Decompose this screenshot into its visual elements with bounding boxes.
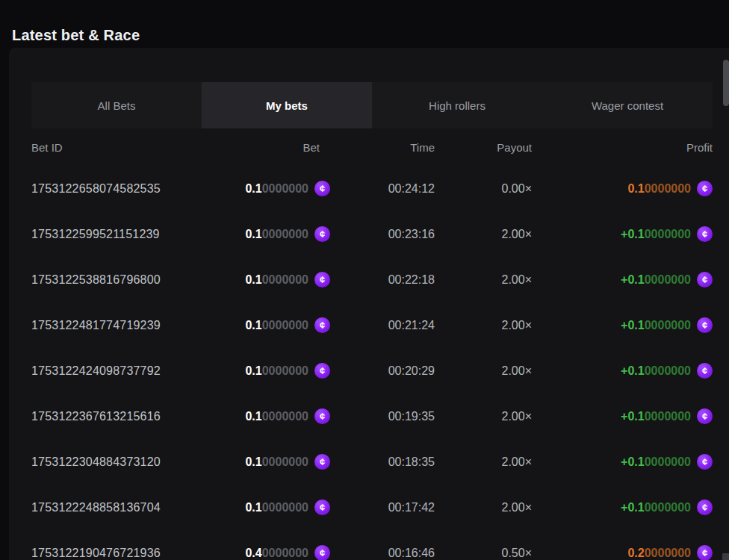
tab-wager-contest[interactable]: Wager contest [542, 82, 713, 128]
coin-icon: ¢ [314, 317, 330, 333]
bet-amount-zeros: 0000000 [262, 273, 308, 287]
coin-icon: ¢ [697, 454, 713, 470]
coin-icon: ¢ [697, 181, 713, 196]
bet-time: 00:21:24 [388, 319, 435, 332]
bet-amount: 0.10000000¢ [245, 363, 330, 379]
bet-payout: 0.00× [502, 182, 532, 196]
profit-main: 0.1 [627, 182, 644, 196]
profit-zeros: 0000000 [645, 228, 691, 241]
bet-amount-main: 0.1 [245, 319, 261, 332]
profit-zeros: 0000000 [645, 273, 691, 287]
profit-main: +0.1 [621, 319, 645, 332]
bet-amount: 0.10000000¢ [245, 181, 330, 196]
bet-payout: 2.00× [502, 228, 532, 241]
bet-row[interactable]: 17531222488581367040.10000000¢00:17:422.… [31, 485, 713, 530]
profit-main: +0.1 [621, 501, 645, 514]
profit-zeros: 0000000 [645, 501, 691, 514]
bet-id: 1753122538816796800 [31, 273, 161, 287]
bet-amount-zeros: 0000000 [262, 182, 308, 196]
coin-icon: ¢ [697, 408, 713, 424]
bet-time: 00:19:35 [388, 410, 435, 423]
bet-row[interactable]: 17531221904767219360.40000000¢00:16:460.… [31, 530, 713, 560]
bet-time: 00:23:16 [388, 228, 435, 241]
bet-amount-main: 0.1 [245, 501, 261, 514]
coin-icon: ¢ [314, 454, 330, 470]
bet-amount: 0.10000000¢ [245, 226, 330, 242]
coin-icon: ¢ [314, 181, 330, 196]
page-title: Latest bet & Race [12, 27, 140, 44]
bet-row[interactable]: 17531224817747192390.10000000¢00:21:242.… [31, 302, 713, 348]
tab-all-bets[interactable]: All Bets [31, 82, 202, 128]
profit-zeros: 0000000 [645, 547, 691, 560]
bet-id: 1753122248858136704 [31, 501, 161, 514]
bet-amount-zeros: 0000000 [262, 319, 308, 332]
coin-icon: ¢ [314, 363, 330, 379]
bet-row[interactable]: 17531225995211512390.10000000¢00:23:162.… [31, 211, 713, 257]
bet-payout: 2.00× [502, 455, 532, 469]
bet-time: 00:17:42 [388, 501, 435, 514]
bet-profit: +0.10000000¢ [621, 500, 713, 515]
tabs: All BetsMy betsHigh rollersWager contest [31, 82, 713, 128]
bet-id: 1753122304884373120 [31, 455, 161, 469]
profit-main: +0.1 [621, 455, 645, 469]
bet-payout: 0.50× [502, 547, 532, 560]
table-body: 17531226580745825350.10000000¢00:24:120.… [31, 166, 713, 560]
bet-time: 00:20:29 [388, 364, 435, 378]
profit-main: +0.1 [621, 364, 645, 378]
bet-payout: 2.00× [502, 501, 532, 514]
bet-amount-zeros: 0000000 [262, 228, 308, 241]
bet-row[interactable]: 17531223048843731200.10000000¢00:18:352.… [31, 439, 713, 485]
latest-bets-panel: All BetsMy betsHigh rollersWager contest… [9, 48, 729, 560]
tab-high-rollers[interactable]: High rollers [372, 82, 542, 128]
bet-amount-zeros: 0000000 [262, 547, 308, 560]
coin-icon: ¢ [697, 500, 713, 515]
profit-main: +0.1 [621, 228, 645, 241]
bet-profit: +0.10000000¢ [621, 226, 713, 242]
coin-icon: ¢ [697, 545, 713, 560]
bet-id: 1753122658074582535 [31, 182, 161, 196]
bet-amount-main: 0.4 [245, 547, 261, 560]
profit-zeros: 0000000 [645, 319, 691, 332]
bet-amount-main: 0.1 [245, 182, 261, 196]
profit-main: +0.1 [621, 410, 645, 423]
bet-time: 00:22:18 [388, 273, 435, 287]
coin-icon: ¢ [314, 272, 330, 287]
bet-amount-main: 0.1 [245, 364, 261, 378]
table-header: Bet ID Bet Time Payout Profit [31, 128, 713, 166]
bet-time: 00:24:12 [388, 182, 435, 196]
bet-amount-main: 0.1 [245, 455, 261, 469]
bet-payout: 2.00× [502, 273, 532, 287]
bet-id: 1753122599521151239 [31, 228, 160, 241]
bet-payout: 2.00× [502, 410, 532, 423]
coin-icon: ¢ [314, 408, 330, 424]
bet-row[interactable]: 17531225388167968000.10000000¢00:22:182.… [31, 257, 713, 302]
bet-amount-zeros: 0000000 [262, 501, 308, 514]
scrollbar-thumb[interactable] [723, 60, 729, 106]
bet-amount: 0.10000000¢ [245, 454, 330, 470]
bet-profit: +0.10000000¢ [621, 317, 713, 333]
bet-row[interactable]: 17531226580745825350.10000000¢00:24:120.… [31, 166, 713, 211]
header-bet-id: Bet ID [31, 141, 63, 154]
bet-time: 00:16:46 [388, 547, 435, 560]
bet-amount-zeros: 0000000 [262, 364, 308, 378]
bet-amount: 0.40000000¢ [245, 545, 330, 560]
bet-row[interactable]: 17531224240987377920.10000000¢00:20:292.… [31, 348, 713, 393]
coin-icon: ¢ [697, 226, 713, 242]
bet-amount: 0.10000000¢ [245, 500, 330, 515]
bet-profit: +0.10000000¢ [621, 408, 713, 424]
coin-icon: ¢ [314, 545, 330, 560]
scrollbar-corner [722, 553, 729, 560]
bet-row[interactable]: 17531223676132156160.10000000¢00:19:352.… [31, 393, 713, 439]
coin-icon: ¢ [697, 317, 713, 333]
bet-profit: 0.20000000¢ [627, 545, 713, 560]
profit-zeros: 0000000 [645, 364, 691, 378]
bet-id: 1753122424098737792 [31, 364, 161, 378]
profit-main: +0.1 [621, 273, 645, 287]
tab-my-bets[interactable]: My bets [202, 82, 372, 128]
bet-profit: +0.10000000¢ [621, 454, 713, 470]
profit-main: 0.2 [627, 547, 644, 560]
bet-id: 1753122190476721936 [31, 547, 161, 560]
header-bet: Bet [303, 141, 330, 154]
coin-icon: ¢ [314, 226, 330, 242]
coin-icon: ¢ [697, 272, 713, 287]
